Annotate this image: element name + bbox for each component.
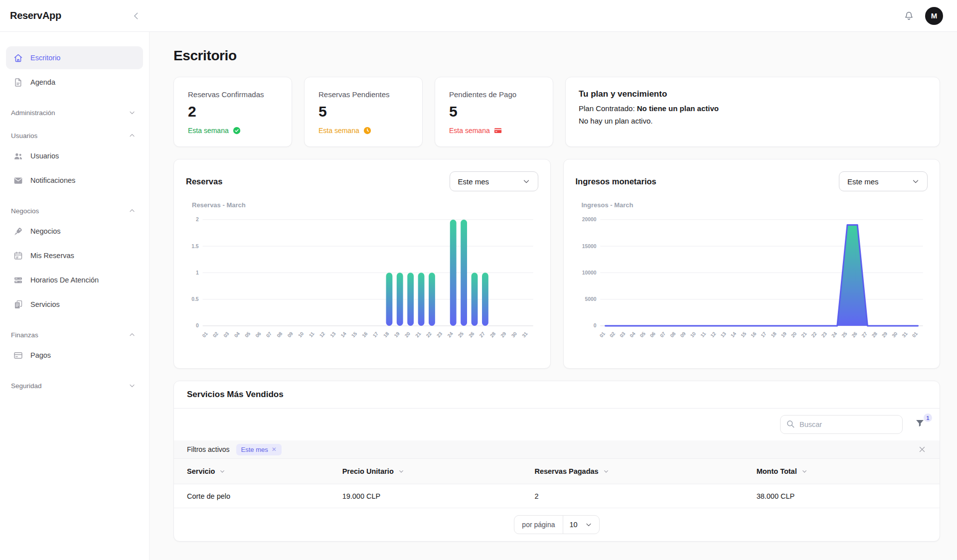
svg-text:1.5: 1.5 — [191, 244, 199, 249]
column-header-precio-unitario[interactable]: Precio Unitario — [342, 467, 535, 475]
sidebar-item-label: Pagos — [30, 351, 51, 359]
sidebar-section-administracion[interactable]: Administración — [0, 109, 149, 117]
cell-monto-total: 38.000 CLP — [757, 492, 927, 500]
sort-chevron-icon — [602, 467, 610, 475]
topbar: ReservApp M — [0, 0, 957, 32]
svg-text:16: 16 — [361, 331, 369, 339]
table-row[interactable]: Corte de pelo 19.000 CLP 2 38.000 CLP — [174, 484, 940, 508]
column-header-servicio[interactable]: Servicio — [187, 467, 342, 475]
chevron-down-icon — [128, 382, 136, 390]
ingresos-area-chart: 0500010000150002000001020304050607080910… — [576, 212, 928, 355]
svg-text:09: 09 — [679, 331, 687, 339]
svg-text:03: 03 — [619, 331, 627, 339]
svg-text:07: 07 — [658, 331, 666, 339]
svg-text:28: 28 — [870, 331, 878, 339]
filter-chip-este-mes[interactable]: Este mes ✕ — [236, 444, 282, 455]
svg-text:23: 23 — [820, 331, 828, 339]
svg-text:26: 26 — [850, 331, 858, 339]
document-icon — [13, 77, 23, 88]
user-avatar[interactable]: M — [925, 7, 943, 25]
sidebar-section-usuarios[interactable]: Usuarios — [0, 132, 149, 140]
stat-title: Reservas Pendientes — [319, 90, 408, 99]
sidebar-item-servicios[interactable]: Servicios — [6, 293, 143, 316]
column-header-reservas-pagadas[interactable]: Reservas Pagadas — [534, 467, 756, 475]
sidebar-item-notificaciones[interactable]: Notificaciones — [6, 169, 143, 192]
svg-text:15: 15 — [739, 331, 747, 339]
svg-text:05: 05 — [244, 331, 252, 339]
bell-icon — [904, 10, 914, 21]
sidebar-item-label: Usuarios — [30, 152, 59, 160]
svg-text:19: 19 — [393, 331, 401, 339]
collapse-sidebar-button[interactable] — [130, 9, 144, 23]
topbar-left: ReservApp — [0, 9, 150, 23]
svg-text:04: 04 — [629, 331, 637, 339]
chevron-down-icon — [585, 521, 593, 529]
svg-text:11: 11 — [308, 331, 316, 338]
sales-card: Servicios Más Vendidos 1 Filtros activos… — [173, 381, 940, 542]
stat-title: Reservas Confirmadas — [188, 90, 278, 99]
sidebar-item-horarios[interactable]: Horarios De Atención — [6, 269, 143, 291]
plan-status: No tiene un plan activo — [637, 104, 719, 113]
svg-text:0: 0 — [196, 323, 199, 328]
svg-text:5000: 5000 — [585, 296, 596, 302]
svg-text:20: 20 — [404, 331, 412, 339]
svg-text:09: 09 — [286, 331, 294, 339]
users-icon — [13, 151, 23, 161]
per-page-select[interactable]: por página 10 — [514, 515, 599, 534]
sidebar-item-label: Servicios — [30, 300, 60, 308]
sidebar-item-label: Escritorio — [30, 54, 60, 62]
chevron-down-icon — [522, 177, 531, 186]
column-header-monto-total[interactable]: Monto Total — [757, 467, 927, 475]
sidebar-item-negocios[interactable]: Negocios — [6, 220, 143, 243]
search-input[interactable] — [780, 415, 903, 434]
sales-footer: por página 10 — [174, 508, 940, 541]
svg-text:23: 23 — [436, 331, 444, 339]
svg-text:21: 21 — [800, 331, 808, 339]
svg-text:21: 21 — [414, 331, 422, 339]
chip-close-icon[interactable]: ✕ — [272, 446, 277, 453]
sidebar-item-pagos[interactable]: Pagos — [6, 344, 143, 367]
sidebar-section-finanzas[interactable]: Finanzas — [0, 331, 149, 339]
svg-text:08: 08 — [669, 331, 677, 339]
svg-text:24: 24 — [446, 331, 454, 339]
chevron-up-icon — [128, 132, 136, 140]
sidebar-section-negocios[interactable]: Negocios — [0, 207, 149, 215]
svg-text:25: 25 — [457, 331, 465, 339]
section-label: Usuarios — [11, 132, 37, 140]
ingresos-period-select[interactable]: Este mes — [839, 171, 928, 191]
section-label: Administración — [11, 109, 55, 117]
sidebar-section-seguridad[interactable]: Seguridad — [0, 382, 149, 390]
svg-text:30: 30 — [891, 331, 899, 339]
filter-count-badge: 1 — [924, 414, 932, 422]
sidebar-item-mis-reservas[interactable]: Mis Reservas — [6, 244, 143, 267]
svg-text:07: 07 — [265, 331, 273, 339]
search-box — [780, 415, 903, 434]
svg-text:20: 20 — [790, 331, 798, 339]
close-filters-button[interactable] — [918, 445, 927, 454]
sidebar-item-escritorio[interactable]: Escritorio — [6, 46, 143, 69]
sidebar-item-agenda[interactable]: Agenda — [6, 71, 143, 94]
svg-text:14: 14 — [339, 331, 347, 339]
reservas-period-select[interactable]: Este mes — [450, 171, 538, 191]
svg-text:18: 18 — [770, 331, 778, 339]
sidebar-item-usuarios[interactable]: Usuarios — [6, 144, 143, 167]
svg-text:03: 03 — [222, 331, 230, 339]
schedule-icon — [13, 275, 23, 285]
svg-text:06: 06 — [648, 331, 656, 339]
plan-card: Tu plan y vencimiento Plan Contratado: N… — [565, 77, 940, 147]
svg-text:27: 27 — [478, 331, 486, 339]
stat-title: Pendientes de Pago — [449, 90, 539, 99]
chevron-up-icon — [128, 207, 136, 215]
stat-card-reservas-pendientes: Reservas Pendientes 5 Esta semana — [304, 77, 423, 147]
filter-button[interactable]: 1 — [915, 418, 928, 431]
stat-period: Esta semana — [449, 126, 539, 135]
svg-text:15000: 15000 — [582, 244, 596, 249]
section-label: Seguridad — [11, 382, 42, 390]
chevron-up-icon — [128, 331, 136, 339]
stat-period: Esta semana — [319, 126, 408, 135]
credit-card-red-icon — [493, 126, 502, 135]
credit-card-icon — [13, 350, 23, 361]
plan-note: No hay un plan activo. — [579, 117, 927, 125]
notifications-bell-button[interactable] — [904, 10, 914, 21]
svg-text:02: 02 — [212, 331, 220, 339]
